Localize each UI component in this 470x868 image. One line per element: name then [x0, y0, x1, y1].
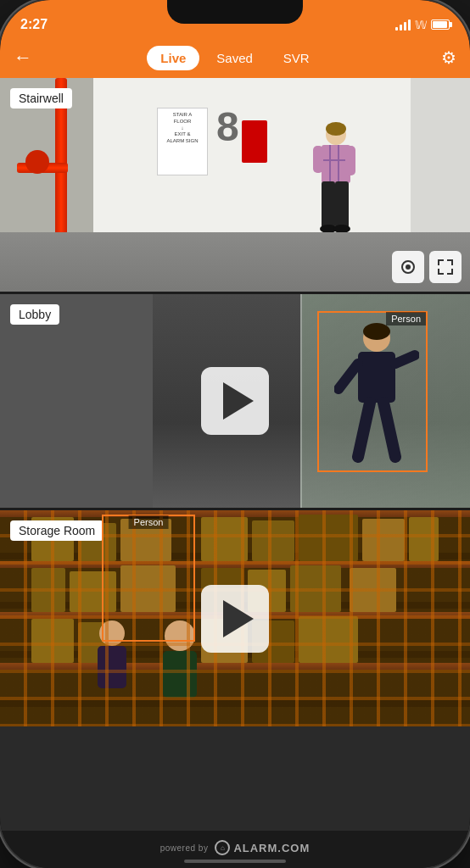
svg-point-1 [326, 122, 346, 136]
settings-button[interactable]: ⚙ [426, 47, 456, 68]
person-detection-label-lobby: Person [386, 312, 426, 326]
lobby-left-wall [0, 294, 153, 508]
camera-label-storage: Storage Room [10, 520, 104, 541]
camera-overlay-buttons [392, 251, 462, 283]
snapshot-button[interactable] [392, 251, 424, 283]
alarm-logo: ALARM.COM [215, 840, 310, 855]
svg-point-13 [406, 264, 411, 270]
home-indicator[interactable] [184, 860, 286, 863]
fullscreen-icon [437, 259, 454, 275]
svg-rect-6 [313, 146, 323, 173]
camera-feeds: STAIR AFLOOR↓EXIT &ALARM SIGN 8 [0, 78, 470, 831]
svg-rect-7 [345, 146, 355, 175]
camera-feed-storage[interactable]: Person Storage Room [0, 510, 470, 726]
wifi-icon: 𝕎 [415, 19, 427, 31]
camera-feed-stairwell[interactable]: STAIR AFLOOR↓EXIT &ALARM SIGN 8 [0, 78, 470, 294]
notch [167, 0, 303, 24]
pipe-valve [25, 150, 49, 174]
play-button-lobby[interactable] [201, 367, 269, 435]
alarm-logo-icon [215, 840, 230, 855]
bottom-bar: powered by ALARM.COM [0, 831, 470, 868]
status-icons: 𝕎 [395, 14, 450, 31]
back-button[interactable]: ← [14, 47, 44, 69]
svg-rect-9 [335, 181, 349, 228]
camera-label-stairwell: Stairwell [10, 88, 72, 108]
wall-number: 8 [216, 103, 239, 150]
alarm-brand-text: ALARM.COM [233, 842, 310, 854]
person-detection-label-storage: Person [129, 515, 169, 529]
camera-label-lobby: Lobby [10, 304, 59, 325]
snapshot-icon [400, 259, 417, 275]
red-emergency-box [242, 120, 267, 163]
fullscreen-button[interactable] [429, 251, 462, 283]
person-stairwell [309, 122, 360, 232]
wall-sign: STAIR AFLOOR↓EXIT &ALARM SIGN [157, 108, 208, 175]
signal-strength-icon [395, 19, 411, 31]
play-button-storage[interactable] [201, 585, 269, 653]
camera-feed-lobby[interactable]: Person Lobby [0, 294, 470, 510]
phone-screen: 2:27 𝕎 ← Live [0, 0, 470, 868]
status-time: 2:27 [20, 12, 48, 32]
battery-icon [431, 19, 450, 30]
person-detection-box-storage: Person [102, 515, 195, 642]
tab-saved[interactable]: Saved [203, 46, 266, 70]
powered-by-text: powered by [160, 843, 209, 853]
phone-frame: 2:27 𝕎 ← Live [0, 0, 470, 868]
tab-live[interactable]: Live [147, 46, 199, 70]
nav-tabs: Live Saved SVR [147, 46, 322, 70]
svg-rect-8 [322, 181, 335, 228]
person-detection-box-lobby: Person [317, 311, 428, 472]
tab-svr[interactable]: SVR [270, 46, 323, 70]
nav-bar: ← Live Saved SVR ⚙ [0, 37, 470, 78]
